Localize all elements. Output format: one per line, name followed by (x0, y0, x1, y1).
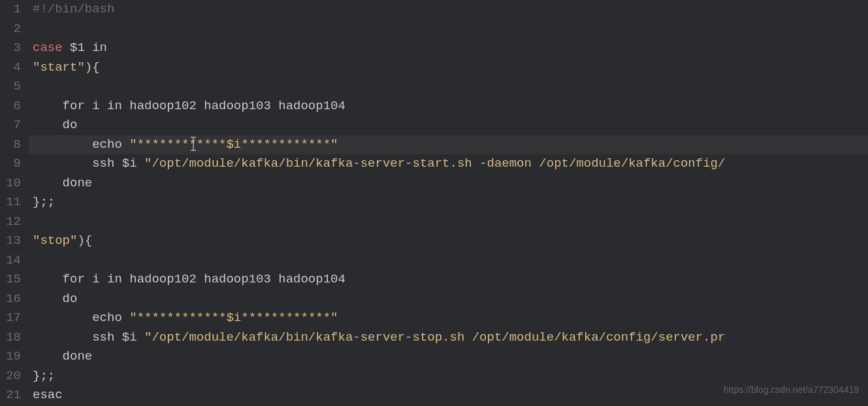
line-number: 3 (3, 39, 21, 58)
code-line[interactable]: case $1 in (33, 39, 868, 58)
line-number-gutter: 123456789101112131415161718192021 (0, 0, 29, 406)
code-token: };; (33, 369, 55, 383)
line-number: 10 (3, 174, 21, 194)
code-token: echo (33, 311, 129, 325)
code-line[interactable]: echo "************$i************" (33, 135, 868, 155)
code-line[interactable] (33, 77, 868, 97)
code-token: "************$i************" (129, 137, 338, 152)
code-token: ){ (77, 233, 92, 248)
code-line[interactable] (33, 212, 868, 232)
line-number: 14 (3, 251, 21, 271)
code-line[interactable]: done (33, 347, 868, 367)
code-line[interactable]: done (33, 174, 868, 194)
line-number: 13 (3, 231, 21, 251)
line-number: 8 (3, 135, 21, 155)
code-line[interactable]: do (33, 116, 868, 135)
code-line[interactable]: "stop"){ (33, 231, 868, 251)
code-token: "************$i************" (129, 311, 338, 325)
code-token: for i in hadoop102 hadoop103 hadoop104 (33, 272, 346, 286)
code-token: ssh $i (33, 330, 144, 345)
line-number: 12 (3, 212, 21, 232)
code-line[interactable]: ssh $i "/opt/module/kafka/bin/kafka-serv… (33, 328, 868, 348)
line-number: 17 (3, 309, 21, 328)
code-line[interactable]: for i in hadoop102 hadoop103 hadoop104 (33, 97, 868, 116)
line-number: 11 (3, 193, 21, 212)
code-line[interactable]: do (33, 290, 868, 309)
code-token: "stop" (33, 233, 77, 248)
line-number: 19 (3, 347, 21, 367)
code-token: esac (33, 388, 63, 402)
code-token: #!/bin/bash (33, 2, 114, 16)
line-number: 18 (3, 328, 21, 348)
code-line[interactable]: #!/bin/bash (33, 0, 868, 20)
code-token: done (33, 176, 92, 190)
line-number: 1 (3, 0, 21, 20)
line-number: 16 (3, 290, 21, 309)
code-token: ssh $i (33, 156, 144, 171)
line-number: 5 (3, 77, 21, 97)
line-number: 15 (3, 270, 21, 290)
line-number: 2 (3, 20, 21, 39)
code-line[interactable]: echo "************$i************" (33, 309, 868, 328)
code-token: for i in hadoop102 hadoop103 hadoop104 (33, 99, 346, 113)
code-line[interactable]: ssh $i "/opt/module/kafka/bin/kafka-serv… (33, 154, 868, 174)
code-token: $1 in (63, 41, 107, 55)
line-number: 21 (3, 386, 21, 405)
code-token: "/opt/module/kafka/bin/kafka-server-stop… (144, 330, 725, 345)
code-token: ){ (85, 60, 100, 75)
code-token: do (33, 292, 77, 306)
code-token: do (33, 118, 77, 132)
watermark-text: https://blog.csdn.net/a772304419 (724, 381, 859, 400)
line-number: 4 (3, 58, 21, 78)
code-token: "/opt/module/kafka/bin/kafka-server-star… (144, 156, 725, 171)
line-number: 6 (3, 97, 21, 116)
code-token: };; (33, 195, 55, 209)
code-line[interactable]: };; (33, 193, 868, 212)
code-line[interactable]: for i in hadoop102 hadoop103 hadoop104 (33, 270, 868, 290)
code-content[interactable]: #!/bin/bashcase $1 in"start"){ for i in … (29, 0, 868, 406)
code-line[interactable]: "start"){ (33, 58, 868, 78)
code-token: case (33, 41, 63, 55)
line-number: 7 (3, 116, 21, 135)
code-editor[interactable]: 123456789101112131415161718192021 #!/bin… (0, 0, 868, 406)
code-line[interactable] (33, 251, 868, 271)
line-number: 20 (3, 367, 21, 386)
code-token: echo (33, 137, 129, 152)
code-token: "start" (33, 60, 85, 75)
code-line[interactable] (33, 20, 868, 39)
line-number: 9 (3, 154, 21, 174)
code-token: done (33, 349, 92, 364)
